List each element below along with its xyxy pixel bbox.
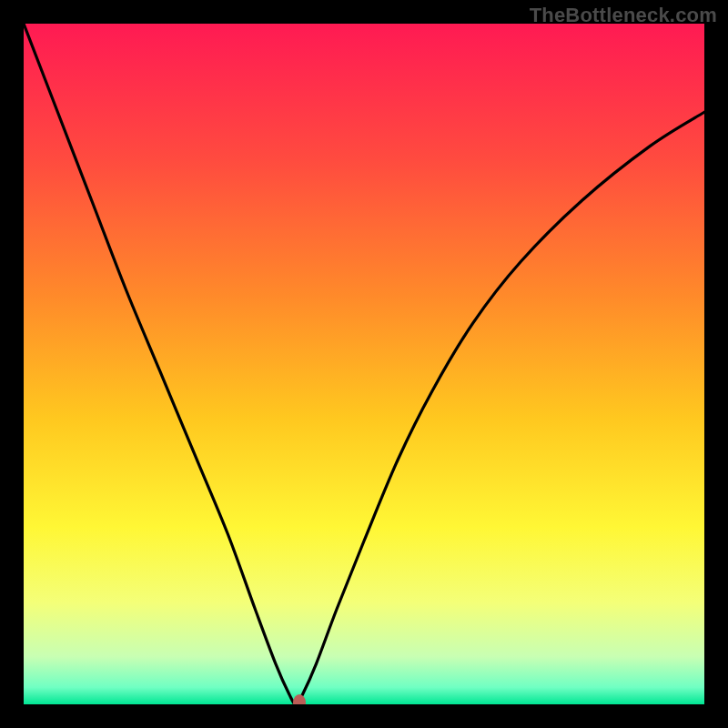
chart-frame: TheBottleneck.com xyxy=(0,0,728,728)
curve-layer xyxy=(24,24,704,704)
bottleneck-curve xyxy=(24,24,704,704)
optimum-marker xyxy=(293,694,306,704)
watermark-text: TheBottleneck.com xyxy=(530,4,717,27)
plot-area xyxy=(24,24,704,704)
